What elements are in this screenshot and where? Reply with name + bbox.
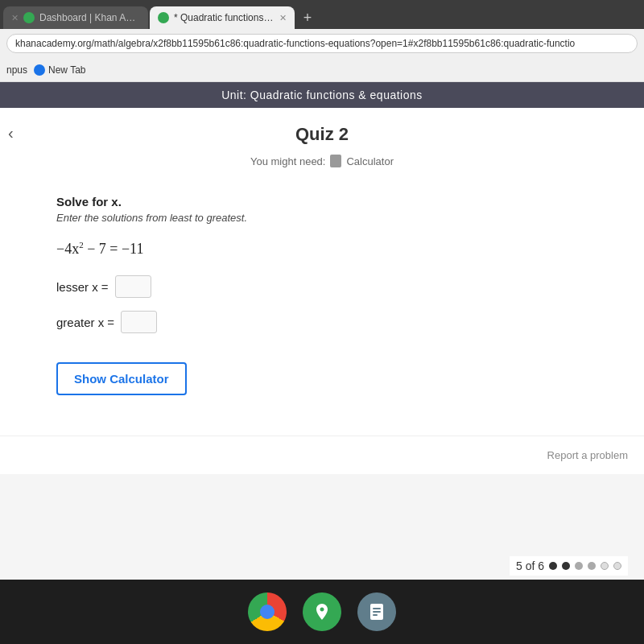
question-area: Solve for x. Enter the solutions from le… <box>24 187 620 419</box>
greater-label: greater x = <box>56 316 114 329</box>
show-calculator-button[interactable]: Show Calculator <box>56 362 187 395</box>
tab-label-2: * Quadratic functions & equation <box>174 12 275 23</box>
lesser-answer-row: lesser x = <box>56 275 604 298</box>
quiz-container: ‹ Quiz 2 You might need: Calculator Solv… <box>0 108 644 436</box>
calculator-label: Calculator <box>346 155 394 167</box>
maps-taskbar-icon[interactable] <box>303 592 341 631</box>
bookmarks-bar: npus New Tab <box>0 58 644 82</box>
page-content: Unit: Quadratic functions & equations ‹ … <box>0 82 644 580</box>
tab-favicon-2 <box>158 12 169 23</box>
address-bar-row: khanacademy.org/math/algebra/x2f8bb11595… <box>0 29 644 58</box>
bookmark-icon <box>34 64 45 76</box>
dot-3 <box>575 562 583 570</box>
tab-dashboard[interactable]: ✕ Dashboard | Khan Academy <box>3 6 148 29</box>
hint-text: You might need: <box>250 155 325 167</box>
address-bar[interactable]: khanacademy.org/math/algebra/x2f8bb11595… <box>6 34 638 53</box>
dot-1 <box>549 562 557 570</box>
taskbar <box>0 580 644 644</box>
tab-close-icon[interactable]: ✕ <box>11 13 19 23</box>
greater-input[interactable] <box>121 311 157 333</box>
equation: −4x2 − 7 = −11 <box>56 240 604 258</box>
lesser-label: lesser x = <box>56 280 109 294</box>
newtab-label: New Tab <box>48 64 85 76</box>
dot-4 <box>588 562 596 570</box>
new-tab-button[interactable]: + <box>296 6 319 29</box>
greater-answer-row: greater x = <box>56 311 604 333</box>
chrome-taskbar-icon[interactable] <box>248 592 287 631</box>
tab-favicon <box>23 12 35 23</box>
bookmark-campus[interactable]: npus <box>6 64 27 76</box>
files-svg-icon <box>367 602 386 621</box>
calculator-hint: You might need: Calculator <box>24 155 620 167</box>
lesser-input[interactable] <box>115 275 151 298</box>
bookmark-newtab[interactable]: New Tab <box>34 64 85 76</box>
svg-rect-1 <box>373 608 381 609</box>
chrome-inner-circle <box>260 605 275 619</box>
solve-instruction: Enter the solutions from least to greate… <box>56 212 604 224</box>
report-area: Report a problem <box>0 436 644 474</box>
browser-chrome: ✕ Dashboard | Khan Academy * Quadratic f… <box>0 0 644 82</box>
progress-indicator: 5 of 6 <box>510 556 628 576</box>
dot-5 <box>601 562 609 570</box>
dot-6 <box>613 562 621 570</box>
svg-rect-3 <box>373 614 378 616</box>
svg-rect-2 <box>373 611 381 613</box>
dot-2 <box>562 562 570 570</box>
back-arrow-icon[interactable]: ‹ <box>8 124 14 142</box>
unit-header-text: Unit: Quadratic functions & equations <box>221 89 423 101</box>
tab-bar: ✕ Dashboard | Khan Academy * Quadratic f… <box>0 0 644 29</box>
tab-label: Dashboard | Khan Academy <box>39 12 140 23</box>
unit-header: Unit: Quadratic functions & equations <box>0 82 644 108</box>
quiz-title: Quiz 2 <box>24 124 620 145</box>
maps-svg-icon <box>312 602 332 621</box>
report-link[interactable]: Report a problem <box>547 449 628 461</box>
solve-label: Solve for x. <box>56 195 604 208</box>
calculator-icon <box>330 155 341 167</box>
tab-close-icon-2[interactable]: ✕ <box>279 13 287 23</box>
files-taskbar-icon[interactable] <box>357 592 396 631</box>
campus-label: npus <box>6 64 27 76</box>
progress-text: 5 of 6 <box>516 559 544 572</box>
tab-quadratic[interactable]: * Quadratic functions & equation ✕ <box>150 6 295 29</box>
